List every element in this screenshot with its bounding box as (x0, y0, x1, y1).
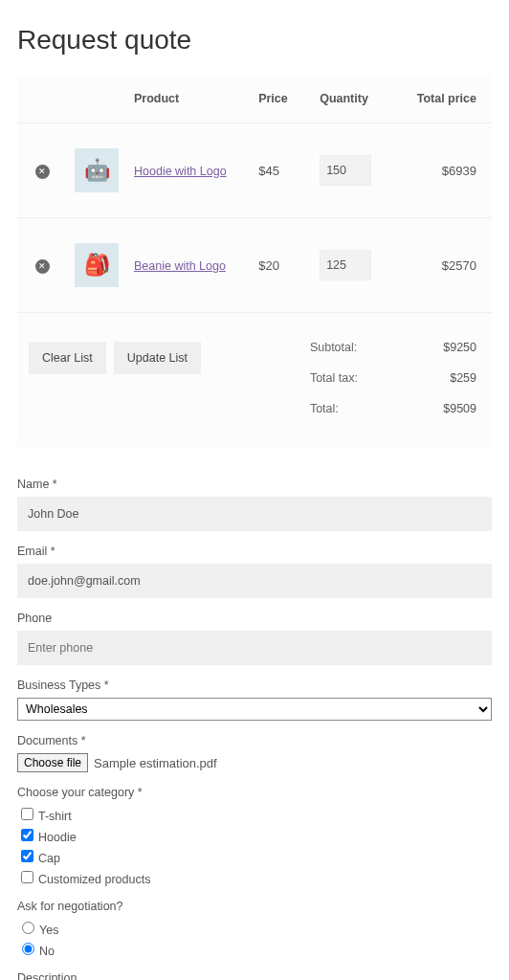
file-name: Sample estimation.pdf (94, 756, 217, 770)
cat-tshirt-checkbox[interactable] (21, 808, 33, 820)
negotiation-label: Ask for negotiation? (17, 900, 492, 913)
neg-yes-radio[interactable] (22, 922, 34, 934)
remove-row-button[interactable]: ✕ (35, 259, 50, 274)
description-label: Description (17, 971, 492, 980)
phone-field[interactable] (17, 631, 492, 665)
price-cell: $45 (251, 164, 312, 178)
page-title: Request quote (17, 25, 492, 56)
remove-row-button[interactable]: ✕ (35, 165, 50, 179)
category-label: Choose your category * (17, 786, 492, 799)
email-label: Email * (17, 545, 492, 558)
quote-form: Name * Email * Phone Business Types * Wh… (17, 478, 492, 980)
name-field[interactable] (17, 497, 492, 531)
subtotal-label: Subtotal: (310, 341, 357, 354)
row-total: $6939 (385, 164, 492, 178)
header-total: Total price (385, 92, 492, 105)
qty-input[interactable] (320, 155, 371, 186)
cat-hoodie-checkbox[interactable] (21, 829, 33, 841)
cat-custom-checkbox[interactable] (21, 871, 33, 883)
phone-label: Phone (17, 612, 492, 625)
price-cell: $20 (251, 258, 312, 273)
total-value: $9509 (443, 402, 476, 415)
row-total: $2570 (385, 258, 492, 273)
neg-no-radio[interactable] (22, 943, 34, 955)
quote-table: Product Price Quantity Total price ✕ 🤖 H… (17, 75, 492, 447)
tax-value: $259 (450, 371, 476, 385)
product-link[interactable]: Beanie with Logo (134, 259, 226, 273)
total-label: Total: (310, 402, 339, 415)
header-qty: Quantity (312, 92, 385, 105)
biztype-label: Business Types * (17, 679, 492, 692)
documents-label: Documents * (17, 734, 492, 747)
table-row: ✕ 🎒 Beanie with Logo $20 $2570 (17, 217, 492, 312)
choose-file-button[interactable]: Choose file (17, 753, 88, 772)
header-price: Price (251, 92, 312, 105)
header-product: Product (126, 92, 251, 105)
product-thumb: 🎒 (75, 243, 119, 287)
update-list-button[interactable]: Update List (114, 342, 201, 374)
clear-list-button[interactable]: Clear List (29, 342, 106, 374)
cat-cap-checkbox[interactable] (21, 850, 33, 862)
product-thumb: 🤖 (75, 148, 119, 192)
biztype-select[interactable]: Wholesales (17, 698, 492, 721)
qty-input[interactable] (320, 250, 371, 280)
subtotal-value: $9250 (443, 341, 476, 354)
email-field[interactable] (17, 564, 492, 598)
name-label: Name * (17, 478, 492, 491)
table-row: ✕ 🤖 Hoodie with Logo $45 $6939 (17, 122, 492, 217)
tax-label: Total tax: (310, 371, 358, 385)
product-link[interactable]: Hoodie with Logo (134, 165, 227, 178)
